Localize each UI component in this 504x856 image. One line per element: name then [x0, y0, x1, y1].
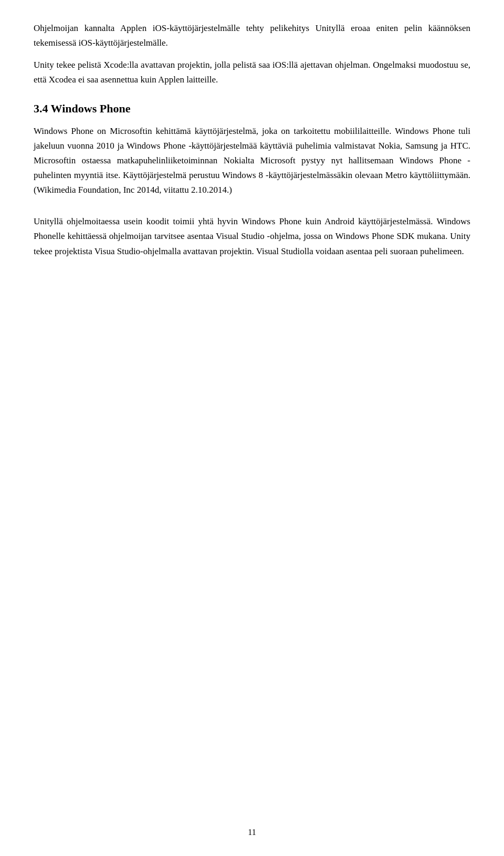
paragraph-2: Unity tekee pelistä Xcode:lla avattavan … — [34, 58, 470, 87]
paragraph-1: Ohjelmoijan kannalta Applen iOS-käyttöjä… — [34, 21, 470, 50]
page-number: 11 — [248, 828, 256, 837]
paragraph-4: Unityllä ohjelmoitaessa usein koodit toi… — [34, 214, 470, 258]
page-container: Ohjelmoijan kannalta Applen iOS-käyttöjä… — [0, 0, 504, 856]
section-heading-windows-phone: 3.4 Windows Phone — [34, 102, 470, 116]
paragraph-3: Windows Phone on Microsoftin kehittämä k… — [34, 124, 470, 197]
